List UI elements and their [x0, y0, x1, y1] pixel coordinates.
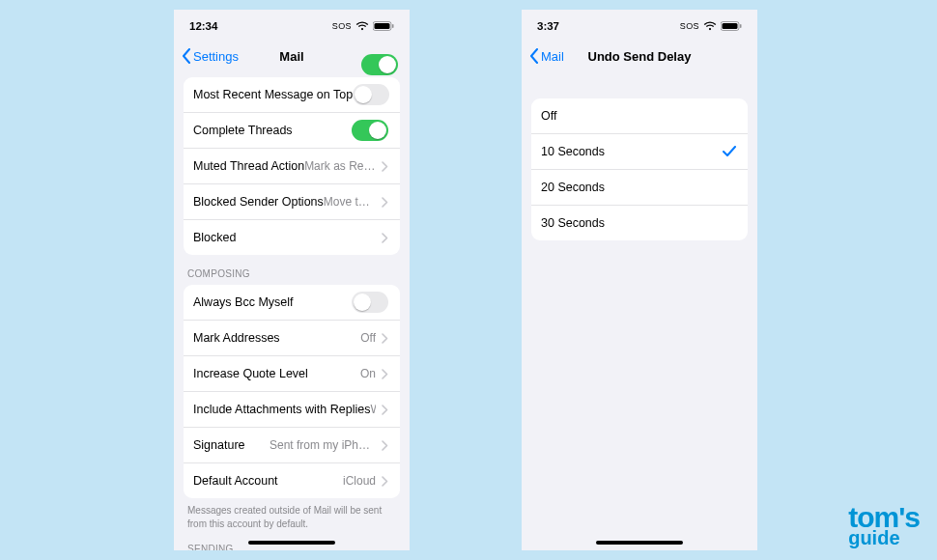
- content-scroll[interactable]: Off10 Seconds20 Seconds30 Seconds: [522, 79, 757, 550]
- row-include-attachments-with-replies[interactable]: Include Attachments with RepliesWhe…: [184, 391, 400, 427]
- row-muted-thread-action[interactable]: Muted Thread ActionMark as Read: [184, 148, 400, 183]
- row-10-seconds[interactable]: 10 Seconds: [531, 133, 748, 169]
- back-button[interactable]: Settings: [182, 48, 239, 64]
- svg-rect-1: [375, 23, 390, 29]
- svg-rect-2: [392, 24, 394, 28]
- chevron-right-icon: [382, 369, 388, 379]
- composing-group: Always Bcc MyselfMark AddressesOffIncrea…: [184, 285, 400, 498]
- chevron-right-icon: [382, 440, 388, 451]
- phone-left: 12:34 SOS Settings Mail Most Recent Mess…: [174, 10, 410, 550]
- toggle-switch[interactable]: [352, 292, 388, 313]
- chevron-right-icon: [382, 476, 388, 487]
- home-indicator[interactable]: [248, 541, 335, 545]
- status-sos: SOS: [332, 21, 352, 31]
- row-value: Move to Trash: [324, 195, 376, 209]
- back-label: Settings: [193, 49, 239, 64]
- row-label: Always Bcc Myself: [193, 295, 294, 309]
- wifi-icon: [703, 21, 717, 31]
- row-value: Whe…: [370, 403, 376, 416]
- row-label: Complete Threads: [193, 124, 293, 137]
- row-label: 10 Seconds: [541, 145, 605, 158]
- row-value: Off: [360, 331, 376, 345]
- section-footer-composing: Messages created outside of Mail will be…: [174, 498, 410, 530]
- row-label: Increase Quote Level: [193, 367, 308, 380]
- row-30-seconds[interactable]: 30 Seconds: [531, 205, 748, 240]
- row-complete-threads[interactable]: Complete Threads: [184, 112, 400, 148]
- row-value: iCloud: [343, 474, 376, 488]
- status-bar: 12:34 SOS: [174, 10, 410, 42]
- row-mark-addresses[interactable]: Mark AddressesOff: [184, 320, 400, 355]
- row-label: Signature: [193, 438, 245, 452]
- content-scroll[interactable]: Most Recent Message on TopComplete Threa…: [174, 77, 410, 550]
- chevron-left-icon: [182, 48, 191, 64]
- back-label: Mail: [541, 49, 564, 64]
- row-most-recent-message-on-top[interactable]: Most Recent Message on Top: [184, 77, 400, 112]
- status-time: 12:34: [189, 20, 217, 32]
- row-label: Blocked Sender Options: [193, 195, 324, 209]
- svg-rect-5: [740, 24, 742, 28]
- toggle-switch[interactable]: [352, 120, 388, 141]
- row-off[interactable]: Off: [531, 98, 748, 133]
- chevron-right-icon: [382, 161, 388, 172]
- row-label: Blocked: [193, 231, 236, 244]
- nav-bar: Mail Undo Send Delay: [522, 42, 757, 70]
- row-value: Sent from my iPhone: [270, 438, 376, 452]
- row-label: Most Recent Message on Top: [193, 88, 353, 101]
- row-value: On: [360, 367, 376, 380]
- section-header-composing: Composing: [174, 255, 410, 285]
- row-label: 20 Seconds: [541, 181, 605, 194]
- row-label: Mark Addresses: [193, 331, 280, 345]
- status-sos: SOS: [680, 21, 699, 31]
- row-label: Off: [541, 109, 556, 123]
- battery-icon: [373, 21, 394, 31]
- wifi-icon: [355, 21, 369, 31]
- row-label: Default Account: [193, 474, 278, 488]
- chevron-right-icon: [382, 233, 388, 243]
- row-always-bcc-myself[interactable]: Always Bcc Myself: [184, 285, 400, 320]
- row-label: 30 Seconds: [541, 216, 605, 230]
- chevron-right-icon: [382, 405, 388, 415]
- home-indicator[interactable]: [596, 541, 683, 545]
- row-increase-quote-level[interactable]: Increase Quote LevelOn: [184, 355, 400, 391]
- row-signature[interactable]: SignatureSent from my iPhone: [184, 427, 400, 462]
- brand-logo: tom's guide: [848, 506, 920, 546]
- toggle-switch[interactable]: [353, 84, 389, 105]
- phone-right: 3:37 SOS Mail Undo Send Delay Off10 Seco…: [522, 10, 757, 550]
- svg-rect-4: [723, 23, 738, 29]
- back-button[interactable]: Mail: [529, 48, 564, 64]
- chevron-right-icon: [382, 197, 388, 208]
- threading-group: Most Recent Message on TopComplete Threa…: [184, 77, 400, 255]
- battery-icon: [721, 21, 742, 31]
- row-default-account[interactable]: Default AccountiCloud: [184, 462, 400, 498]
- row-20-seconds[interactable]: 20 Seconds: [531, 169, 748, 205]
- toggle-peek-on[interactable]: [361, 54, 398, 75]
- status-time: 3:37: [537, 20, 559, 32]
- row-label: Muted Thread Action: [193, 159, 304, 173]
- row-label: Include Attachments with Replies: [193, 403, 370, 416]
- row-blocked-sender-options[interactable]: Blocked Sender OptionsMove to Trash: [184, 183, 400, 219]
- delay-options-group: Off10 Seconds20 Seconds30 Seconds: [531, 98, 748, 240]
- row-value: Mark as Read: [304, 159, 376, 173]
- chevron-right-icon: [382, 333, 388, 344]
- row-blocked[interactable]: Blocked: [184, 219, 400, 255]
- chevron-left-icon: [529, 48, 539, 64]
- checkmark-icon: [723, 146, 736, 157]
- status-bar: 3:37 SOS: [522, 10, 757, 42]
